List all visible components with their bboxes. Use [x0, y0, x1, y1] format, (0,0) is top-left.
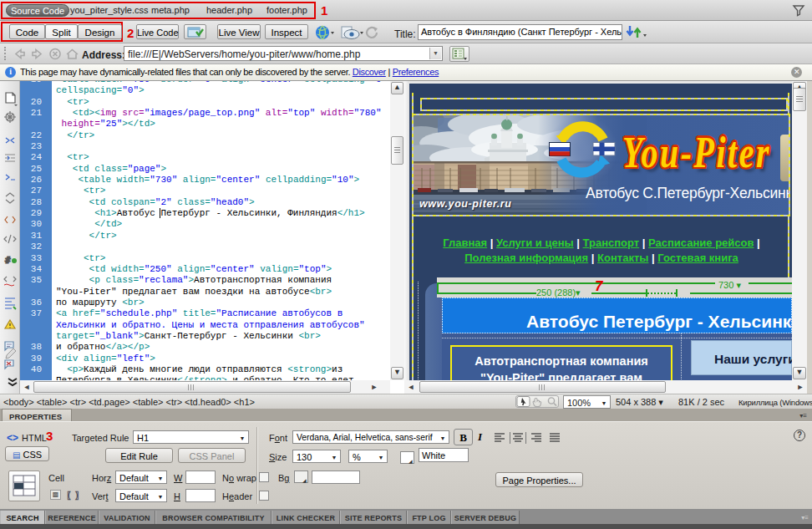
svg-text:#: # [5, 255, 11, 266]
